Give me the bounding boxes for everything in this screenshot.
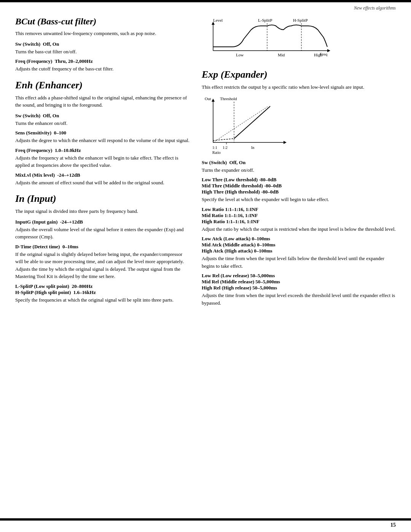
enh-title: Enh (Enhancer) (15, 80, 190, 91)
exp-param-ratio: Low Ratio 1:1–1:16, 1:INF Mid Ratio 1:1–… (202, 206, 396, 225)
exp-param-atck: Low Atck (Low attack) 0–100ms Mid Atck (… (202, 236, 396, 254)
svg-marker-18 (212, 99, 215, 102)
svg-text:Threshold: Threshold (220, 96, 237, 101)
header-label: New effects algorithms (0, 2, 411, 13)
left-column: BCut (Bass-cut filter) This removes unwa… (15, 13, 190, 308)
in-param-inputg: InputG (Input gain) -24–+12dB (15, 219, 190, 225)
enh-param-sens: Sens (Sensitivity) 0–100 (15, 130, 190, 136)
bcut-title: BCut (Bass-cut filter) (15, 16, 190, 27)
exp-sw-desc: Turns the expander on/off. (202, 166, 396, 174)
right-column: Level L-SplitP H-SplitP (202, 13, 396, 308)
exp-atck-desc: Adjusts the time from when the input lev… (202, 255, 396, 270)
svg-text:1:1: 1:1 (212, 145, 217, 150)
svg-text:Low: Low (236, 53, 244, 57)
bcut-diagram: Level L-SplitP H-SplitP (202, 16, 331, 62)
svg-text:Freq: Freq (320, 52, 328, 56)
svg-marker-8 (327, 49, 330, 52)
bcut-desc: This removes unwanted low-frequency comp… (15, 30, 190, 37)
bcut-freq-desc: Adjusts the cutoff frequency of the bass… (15, 65, 190, 73)
exp-param-sw: Sw (Switch) Off, On (202, 160, 396, 166)
enh-sw-desc: Turns the enhancer on/off. (15, 120, 190, 127)
exp-desc: This effect restricts the output by a sp… (202, 83, 396, 91)
header-text: New effects algorithms (354, 5, 396, 11)
svg-marker-19 (284, 141, 287, 144)
svg-text:Ratio: Ratio (212, 150, 221, 155)
in-param-dtime: D-Time (Detect time) 0–10ms (15, 244, 190, 250)
bcut-diagram-svg: Level L-SplitP H-SplitP (202, 16, 331, 62)
exp-diagram: Out Threshold (202, 95, 316, 156)
exp-title: Exp (Expander) (202, 69, 396, 80)
svg-text:1:2: 1:2 (223, 145, 228, 150)
exp-ratio-desc: Adjust the ratio by which the output is … (202, 225, 396, 233)
in-split-desc: Specify the frequencies at which the ori… (15, 296, 190, 304)
in-inputg-desc: Adjusts the overall volume level of the … (15, 226, 190, 241)
exp-param-thre: Low Thre (Low threshold) -80–0dB Mid Thr… (202, 177, 396, 195)
bcut-sw-desc: Turns the bass-cut filter on/off. (15, 48, 190, 56)
enh-mixlvl-desc: Adjusts the amount of effect sound that … (15, 179, 190, 187)
bcut-section: BCut (Bass-cut filter) This removes unwa… (15, 16, 190, 73)
svg-text:L-SplitP: L-SplitP (258, 18, 272, 22)
bottom-bar (0, 518, 411, 521)
bcut-param-sw: Sw (Switch) Off, On (15, 41, 190, 47)
page-number: 15 (390, 522, 396, 528)
exp-diagram-svg: Out Threshold (202, 95, 316, 158)
in-desc: The input signal is divided into three p… (15, 208, 190, 215)
enh-desc: This effect adds a phase-shifted signal … (15, 94, 190, 109)
svg-text:H-SplitP: H-SplitP (293, 18, 308, 22)
in-dtime-desc: If the original signal is slightly delay… (15, 251, 190, 280)
enh-param-mixlvl: MixLvl (Mix level) -24–+12dB (15, 172, 190, 178)
enh-sens-desc: Adjusts the degree to which the enhancer… (15, 137, 190, 144)
bcut-param-freq: Freq (Frequency) Thru, 20–2,000Hz (15, 58, 190, 64)
svg-text:In: In (251, 145, 254, 150)
in-section: In (Input) The input signal is divided i… (15, 193, 190, 304)
exp-param-rel: Low Rel (Low release) 50–5,000ms Mid Rel… (202, 273, 396, 291)
enh-freq-desc: Adjusts the frequency at which the enhan… (15, 154, 190, 169)
svg-text:Level: Level (213, 18, 223, 22)
enh-param-sw: Sw (Switch) Off, On (15, 113, 190, 119)
enh-param-freq: Freq (Frequency) 1.0–10.0kHz (15, 147, 190, 153)
exp-section: Exp (Expander) This effect restricts the… (202, 69, 396, 307)
enh-section: Enh (Enhancer) This effect adds a phase-… (15, 80, 190, 187)
exp-thre-desc: Specify the level at which the expander … (202, 196, 396, 203)
svg-text:Out: Out (205, 96, 211, 101)
svg-text:Mid: Mid (278, 53, 285, 57)
in-title: In (Input) (15, 193, 190, 204)
in-param-split: L-SplitP (Low split point) 20–800Hz H-Sp… (15, 283, 190, 296)
exp-rel-desc: Adjusts the time from when the input lev… (202, 292, 396, 307)
main-content: BCut (Bass-cut filter) This removes unwa… (0, 13, 411, 308)
